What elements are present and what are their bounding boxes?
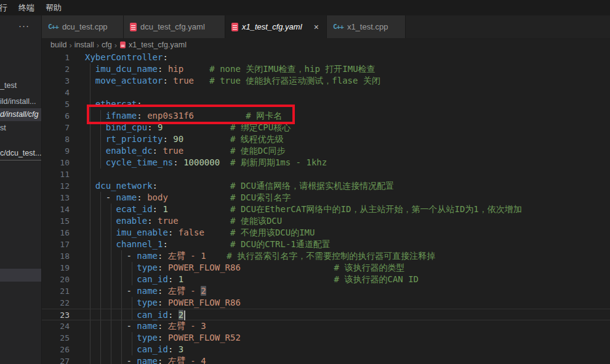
indent-guide bbox=[121, 285, 122, 297]
indent-guide bbox=[100, 192, 101, 204]
line-number: 18 bbox=[42, 250, 70, 262]
indent-guide bbox=[111, 215, 111, 227]
line-number: 24 bbox=[42, 320, 70, 332]
line-number: 16 bbox=[42, 227, 70, 239]
sidebar-item[interactable]: ild/install... bbox=[0, 95, 41, 108]
code-line[interactable]: 20 can_id: 1 # 该执行器的CAN ID bbox=[42, 274, 610, 285]
code-line[interactable]: 16 imu_enable: false # 不使用该DCU的IMU bbox=[42, 227, 610, 239]
code-line[interactable]: 10 cycle_time_ns: 1000000 # 刷新周期1ms - 1k… bbox=[42, 157, 610, 168]
indent-guide bbox=[132, 297, 132, 309]
sidebar-item[interactable]: c/dcu_test... bbox=[0, 147, 41, 160]
code-line[interactable]: 6 ifname: enp0s31f6 # 网卡名 bbox=[42, 110, 610, 122]
sidebar-item-highlight[interactable] bbox=[0, 269, 41, 282]
tab-bar-empty bbox=[406, 15, 610, 38]
code-line[interactable]: 9 enable_dc: true # 使能DC同步 bbox=[42, 145, 610, 157]
indent-guide bbox=[121, 262, 122, 274]
indent-guide bbox=[100, 204, 101, 215]
indent-guide bbox=[100, 285, 101, 297]
code-line[interactable]: 17 channel_1: # DCU的CTRL-1通道配置 bbox=[42, 239, 610, 250]
indent-guide bbox=[90, 309, 90, 320]
yaml-file-icon bbox=[231, 23, 238, 31]
menu-item-run[interactable]: 行 bbox=[0, 0, 13, 15]
indent-guide bbox=[90, 63, 90, 75]
line-number: 8 bbox=[42, 133, 70, 145]
indent-guide bbox=[100, 297, 101, 309]
indent-guide bbox=[100, 145, 101, 157]
breadcrumb: build › install › cfg › x1_test_cfg.yaml bbox=[42, 38, 610, 52]
code-line[interactable]: 4 bbox=[42, 87, 610, 98]
code-line[interactable]: 25 type: POWER_FLOW_R52 bbox=[42, 332, 610, 344]
code-line[interactable]: 3 move_actuator: true # true 使能执行器运动测试，f… bbox=[42, 75, 610, 87]
code-line[interactable]: 14 ecat_id: 1 # DCU在EtherCAT网络中的ID，从主站开始… bbox=[42, 204, 610, 215]
line-number: 21 bbox=[42, 285, 70, 297]
tab-x1-test-cfg-yaml[interactable]: x1_test_cfg.yaml × bbox=[225, 15, 327, 38]
code-line[interactable]: 24 - name: 左臂 - 3 bbox=[42, 320, 610, 332]
indent-guide bbox=[132, 262, 132, 274]
chevron-right-icon: › bbox=[69, 41, 71, 50]
breadcrumb-cfg[interactable]: cfg bbox=[102, 41, 112, 49]
sidebar-item-selected[interactable]: d/install/cfg bbox=[0, 108, 41, 121]
code-line[interactable]: 7 bind_cpu: 9 # 绑定CPU核心 bbox=[42, 122, 610, 133]
code-line[interactable]: 23 can_id: 2 bbox=[42, 309, 610, 320]
tab-dcu-test-cpp[interactable]: C++ dcu_test.cpp bbox=[42, 15, 124, 38]
indent-guide bbox=[100, 274, 101, 285]
indent-guide bbox=[132, 344, 132, 355]
code-line[interactable]: 27 - name: 左臂 - 4 bbox=[42, 355, 610, 364]
code-line[interactable]: 8 rt_priority: 90 # 线程优先级 bbox=[42, 133, 610, 145]
code-line[interactable]: 12 dcu_network: # DCU通信网络，请根据实机连接情况配置 bbox=[42, 180, 610, 192]
indent-guide bbox=[132, 332, 132, 344]
code-area[interactable]: 1XyberController:2 imu_dcu_name: hip # n… bbox=[42, 52, 610, 364]
close-icon[interactable]: × bbox=[313, 22, 320, 32]
tab-label: dcu_test.cpp bbox=[62, 22, 108, 31]
more-actions-icon[interactable]: ··· bbox=[18, 20, 30, 31]
menu-item-help[interactable]: 帮助 bbox=[40, 0, 67, 15]
sidebar-item[interactable]: st bbox=[0, 122, 41, 135]
indent-guide bbox=[100, 239, 101, 250]
line-number: 11 bbox=[42, 168, 70, 180]
breadcrumb-build[interactable]: build bbox=[50, 41, 66, 49]
code-line[interactable]: 18 - name: 左臂 - 1 # 执行器索引名字，不需要控制的执行器可直接… bbox=[42, 250, 610, 262]
code-line[interactable]: 19 type: POWER_FLOW_R86 # 该执行器的类型 bbox=[42, 262, 610, 274]
line-number: 6 bbox=[42, 110, 70, 122]
code-line[interactable]: 11 bbox=[42, 168, 610, 180]
code-line[interactable]: 26 can_id: 3 bbox=[42, 344, 610, 355]
line-number: 4 bbox=[42, 87, 70, 98]
indent-guide bbox=[90, 133, 90, 145]
tab-dcu-test-cfg-yaml[interactable]: dcu_test_cfg.yaml bbox=[124, 15, 225, 38]
indent-guide bbox=[121, 250, 122, 262]
indent-guide bbox=[100, 344, 101, 355]
indent-guide bbox=[100, 133, 101, 145]
code-line[interactable]: 1XyberController: bbox=[42, 52, 610, 63]
tab-x1-test-cpp[interactable]: C++ x1_test.cpp bbox=[327, 15, 406, 38]
code-line[interactable]: 2 imu_dcu_name: hip # none 关闭IMU检查，hip 打… bbox=[42, 63, 610, 75]
code-line[interactable]: 13 - name: body # DCU索引名字 bbox=[42, 192, 610, 204]
line-number: 7 bbox=[42, 122, 70, 133]
line-number: 27 bbox=[42, 355, 70, 364]
code-line[interactable]: 15 enable: true # 使能该DCU bbox=[42, 215, 610, 227]
line-number: 10 bbox=[42, 157, 70, 168]
code-line[interactable]: 5 ethercat: bbox=[42, 98, 610, 110]
chevron-right-icon: › bbox=[97, 41, 99, 50]
menu-item-terminal[interactable]: 终端 bbox=[13, 0, 40, 15]
indent-guide bbox=[132, 309, 132, 320]
indent-guide bbox=[100, 122, 101, 133]
indent-guide bbox=[100, 250, 101, 262]
indent-guide bbox=[111, 285, 111, 297]
indent-guide bbox=[121, 355, 122, 364]
indent-guide bbox=[90, 192, 90, 204]
breadcrumb-file[interactable]: x1_test_cfg.yaml bbox=[129, 41, 187, 49]
sidebar-item[interactable]: _test bbox=[0, 79, 41, 92]
indent-guide bbox=[121, 274, 122, 285]
indent-guide bbox=[111, 309, 111, 320]
line-number: 15 bbox=[42, 215, 70, 227]
indent-guide bbox=[100, 215, 101, 227]
code-line[interactable]: 21 - name: 左臂 - 2 bbox=[42, 285, 610, 297]
indent-guide bbox=[121, 309, 122, 320]
breadcrumb-install[interactable]: install bbox=[74, 41, 94, 49]
code-line[interactable]: 22 type: POWER_FLOW_R86 bbox=[42, 297, 610, 309]
indent-guide bbox=[90, 239, 90, 250]
indent-guide bbox=[121, 297, 122, 309]
indent-guide bbox=[111, 297, 111, 309]
editor-group: C++ dcu_test.cpp dcu_test_cfg.yaml x1_te… bbox=[42, 15, 610, 364]
explorer-sidebar: ··· _test ild/install... d/install/cfg s… bbox=[0, 15, 42, 364]
